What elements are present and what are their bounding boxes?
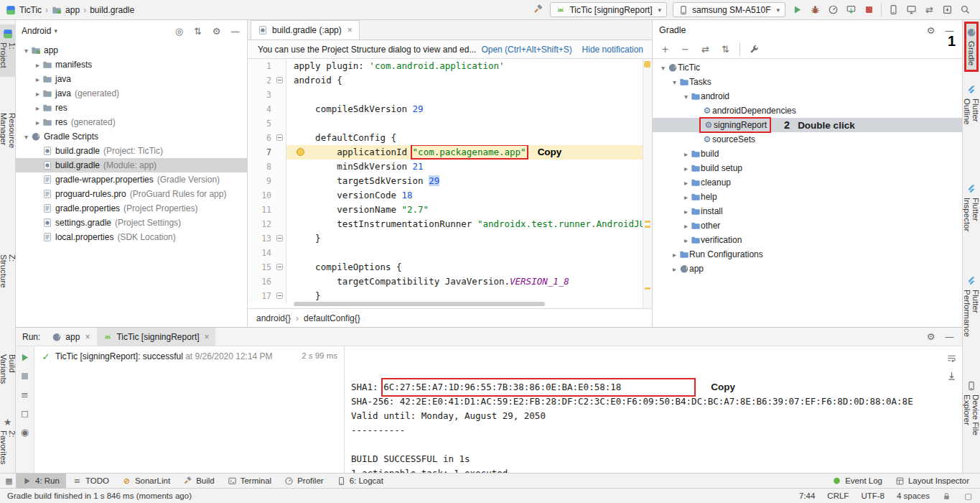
notifications-icon[interactable]: ▢	[963, 492, 973, 501]
chevron-right-icon[interactable]: ▸	[681, 236, 691, 244]
chevron-right-icon[interactable]: ▸	[670, 265, 679, 273]
tool-window-button-4-run[interactable]: 4: Run	[16, 474, 66, 489]
chevron-down-icon[interactable]: ▾	[670, 78, 679, 86]
chevron-right-icon[interactable]: ▸	[681, 165, 691, 172]
warning-mark[interactable]	[645, 221, 650, 223]
stripe-item-2-favorites[interactable]: ★2: Favorites	[0, 412, 17, 473]
chevron-right-icon[interactable]: ▸	[681, 222, 691, 230]
chevron-right-icon[interactable]: ▸	[681, 179, 691, 187]
horizontal-scrollbar[interactable]	[294, 302, 545, 306]
fold-marker-icon[interactable]	[276, 264, 283, 270]
inspection-indicator[interactable]	[644, 61, 650, 68]
gradle-tree-item[interactable]: ⚙sourceSets	[653, 132, 962, 147]
caret-position[interactable]: 7:44	[799, 492, 815, 500]
project-tree-item[interactable]: ▸res	[16, 101, 247, 115]
stop-button[interactable]	[863, 4, 875, 16]
warning-mark[interactable]	[645, 226, 650, 228]
stripe-item-flutter-outline[interactable]: Flutter Outline	[962, 80, 980, 154]
run-result-row[interactable]: ✓ TicTic [signingReport]: successful at …	[41, 351, 337, 361]
chevron-right-icon[interactable]: ▸	[681, 150, 691, 158]
device-manager-button[interactable]	[887, 4, 900, 16]
file-encoding[interactable]: UTF-8	[861, 492, 885, 500]
fold-marker-icon[interactable]	[276, 77, 283, 83]
chevron-down-icon[interactable]: ▾	[658, 64, 668, 72]
sync-project-button[interactable]: ⇄	[923, 4, 935, 16]
rerun-button[interactable]	[19, 351, 31, 364]
chevron-right-icon[interactable]: ▸	[681, 208, 691, 216]
stripe-item-flutter-performance[interactable]: Flutter Performance	[962, 272, 980, 366]
stripe-item-gradle[interactable]: Gradle	[966, 23, 977, 70]
attach-debugger-button[interactable]	[845, 4, 857, 16]
run-config-select[interactable]: TicTic [signingReport] ▾	[550, 2, 667, 17]
gradle-tree-item[interactable]: ▸build	[653, 147, 962, 161]
add-icon[interactable]: +	[659, 43, 671, 55]
intention-bulb-icon[interactable]	[297, 148, 304, 156]
chevron-right-icon[interactable]: ▸	[33, 90, 42, 98]
gradle-tree-item[interactable]: ▾Tasks	[653, 75, 962, 89]
fold-marker-icon[interactable]	[276, 235, 283, 241]
tool-window-button-sonarlint[interactable]: ⊘SonarLint	[116, 474, 177, 489]
fold-marker-icon[interactable]	[276, 134, 283, 141]
locate-icon[interactable]: ◎	[173, 25, 185, 37]
gradle-tree-item[interactable]: ▸help	[653, 190, 962, 204]
breadcrumb-item[interactable]: app	[65, 5, 80, 15]
close-icon[interactable]: ×	[85, 332, 90, 342]
layout-inspector-button[interactable]	[905, 4, 918, 16]
gradle-tree-item[interactable]: ▸cleanup	[653, 175, 962, 190]
tool-windows-icon[interactable]: ▦	[3, 475, 15, 487]
tool-window-button-build[interactable]: Build	[177, 474, 221, 489]
editor-breadcrumb-item[interactable]: android{}	[256, 313, 291, 323]
gear-icon[interactable]: ⚙	[925, 331, 937, 343]
stop-button[interactable]	[19, 370, 31, 382]
gear-icon[interactable]: ⚙	[210, 25, 223, 37]
warning-mark[interactable]	[645, 287, 650, 290]
hide-icon[interactable]: —	[943, 331, 956, 343]
breadcrumb-item[interactable]: build.gradle	[90, 5, 134, 15]
soft-wrap-icon[interactable]	[946, 352, 958, 364]
expand-collapse-icon[interactable]: ⇅	[719, 43, 732, 55]
stripe-item-device-file-explorer[interactable]: Device File Explorer	[962, 377, 980, 473]
fold-marker-icon[interactable]	[276, 292, 283, 299]
build-hammer-icon[interactable]	[532, 4, 544, 16]
chevron-right-icon[interactable]: ▸	[33, 75, 42, 83]
chevron-right-icon[interactable]: ▸	[681, 193, 691, 201]
gradle-tree-item[interactable]: ⚙signingReport2Double click	[653, 118, 962, 132]
indent-setting[interactable]: 4 spaces	[897, 492, 930, 500]
gradle-tree-item[interactable]: ▸build setup	[653, 161, 962, 175]
chevron-right-icon[interactable]: ▸	[33, 104, 42, 112]
run-tab-app[interactable]: app×	[46, 328, 95, 346]
profile-button[interactable]	[827, 4, 839, 16]
close-icon[interactable]: ×	[347, 25, 353, 35]
gradle-tree-item[interactable]: ▸verification	[653, 233, 962, 247]
tool-window-button-terminal[interactable]: Terminal	[221, 474, 278, 489]
project-tree-item[interactable]: gradle-wrapper.properties(Gradle Version…	[16, 172, 247, 187]
hide-icon[interactable]: —	[229, 25, 241, 37]
code-area[interactable]: 1apply plugin: 'com.android.application'…	[248, 59, 652, 308]
project-tree-item[interactable]: build.gradle(Project: TicTic)	[16, 144, 247, 158]
line-ending[interactable]: CRLF	[827, 492, 849, 500]
editor-tab[interactable]: build.gradle (:app) ×	[251, 20, 360, 40]
project-tree-item[interactable]: gradle.properties(Project Properties)	[16, 201, 247, 216]
lock-icon[interactable]	[942, 492, 951, 501]
gradle-tree-item[interactable]: ▸app	[653, 262, 962, 276]
project-tree-item[interactable]: ▸java(generated)	[16, 86, 247, 101]
project-tree-item[interactable]: build.gradle(Module: app)	[16, 158, 247, 172]
project-tree-item[interactable]: local.properties(SDK Location)	[16, 230, 247, 244]
tool-window-button-profiler[interactable]: Profiler	[278, 474, 330, 489]
device-select[interactable]: samsung SM-A510F ▾	[673, 2, 785, 17]
project-tree-item[interactable]: proguard-rules.pro(ProGuard Rules for ap…	[16, 187, 247, 201]
hide-notification-link[interactable]: Hide notification	[582, 45, 643, 55]
gradle-settings-icon[interactable]	[748, 43, 760, 55]
gradle-tree-item[interactable]: ▸other	[653, 218, 962, 233]
project-tree-item[interactable]: ▾app	[16, 43, 247, 57]
stripe-item-flutter-inspector[interactable]: Flutter Inspector	[962, 180, 980, 262]
tool-window-button-6-logcat[interactable]: 6: Logcat	[330, 474, 390, 489]
sync-icon[interactable]: ⇄	[699, 43, 711, 55]
console-options-button[interactable]: ≡	[19, 389, 31, 401]
debug-button[interactable]	[809, 4, 821, 16]
project-tree-item[interactable]: settings.gradle(Project Settings)	[16, 216, 247, 230]
gradle-tree-item[interactable]: ▾TicTic	[653, 60, 962, 75]
run-button[interactable]	[791, 4, 803, 16]
chevron-down-icon[interactable]: ▾	[681, 93, 691, 101]
run-tab-tictic-signingreport-[interactable]: TicTic [signingReport]×	[97, 328, 215, 346]
